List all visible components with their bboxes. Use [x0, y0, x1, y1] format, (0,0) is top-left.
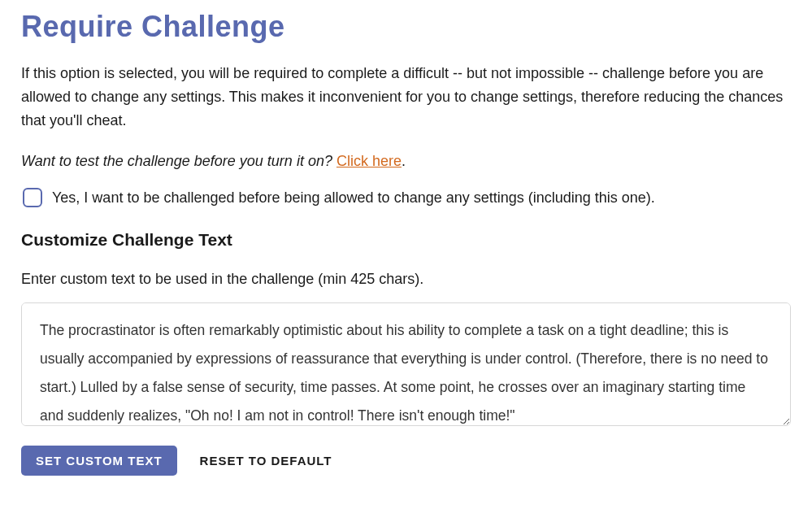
enable-challenge-checkbox[interactable]	[23, 188, 42, 207]
test-prompt-period: .	[402, 153, 406, 169]
challenge-description: If this option is selected, you will be …	[21, 62, 791, 132]
test-challenge-link[interactable]: Click here	[337, 153, 402, 169]
reset-default-button[interactable]: RESET TO DEFAULT	[200, 446, 332, 476]
page-title: Require Challenge	[21, 10, 791, 44]
customize-heading: Customize Challenge Text	[21, 230, 791, 250]
customize-instruction: Enter custom text to be used in the chal…	[21, 271, 791, 288]
set-custom-text-button[interactable]: SET CUSTOM TEXT	[21, 446, 177, 476]
challenge-text-wrap	[21, 302, 791, 429]
button-row: SET CUSTOM TEXT RESET TO DEFAULT	[21, 446, 791, 476]
test-challenge-prompt: Want to test the challenge before you tu…	[21, 153, 791, 170]
challenge-text-input[interactable]	[21, 302, 791, 426]
test-prompt-text: Want to test the challenge before you tu…	[21, 153, 337, 169]
enable-challenge-label: Yes, I want to be challenged before bein…	[52, 189, 655, 207]
enable-challenge-row: Yes, I want to be challenged before bein…	[21, 188, 791, 207]
